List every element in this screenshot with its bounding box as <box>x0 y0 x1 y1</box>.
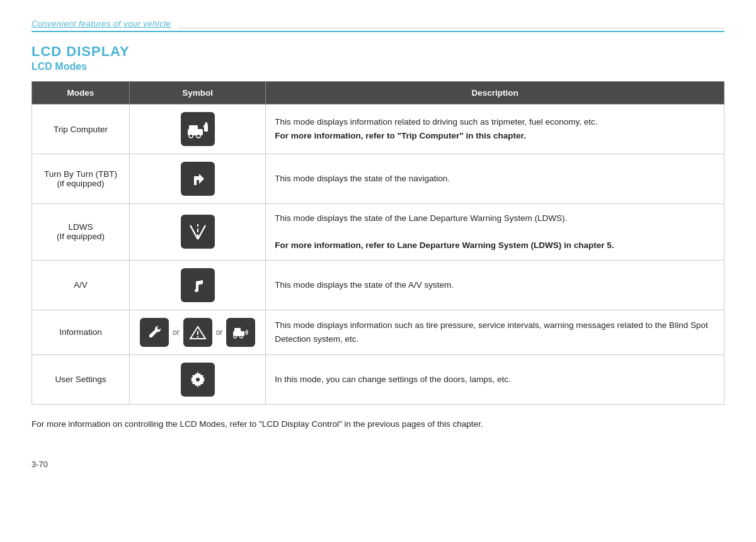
desc-plain: This mode displays information such as t… <box>275 320 707 344</box>
desc-cell: This mode displays information such as t… <box>266 310 724 354</box>
svg-rect-16 <box>234 328 241 332</box>
page-number: 3-70 <box>32 460 724 469</box>
svg-point-2 <box>189 134 193 138</box>
header-title: Convenient features of your vehicle <box>32 19 171 28</box>
symbol-cell <box>130 154 266 204</box>
desc-plain: This mode displays the state of the Lane… <box>275 213 567 223</box>
desc-plain: This mode displays information related t… <box>275 117 597 127</box>
or-text-1: or <box>173 328 180 337</box>
header-line <box>178 28 724 28</box>
table-row: Information or <box>32 310 724 354</box>
table-row: User Settings In this mode, you can chan… <box>32 354 724 404</box>
mode-cell: Information <box>32 310 130 354</box>
av-icon <box>181 268 215 302</box>
desc-cell: This mode displays the state of the navi… <box>266 154 724 204</box>
turn-by-turn-icon <box>181 162 215 196</box>
table-header-row: Modes Symbol Description <box>32 82 724 104</box>
table-row: LDWS(If equipped) This mode displays the <box>32 204 724 261</box>
col-header-modes: Modes <box>32 82 130 104</box>
desc-bold: For more information, refer to Lane Depa… <box>275 240 614 250</box>
page-header: Convenient features of your vehicle <box>32 19 724 32</box>
ldws-icon <box>181 215 215 249</box>
lcd-modes-table: Modes Symbol Description Trip Computer <box>32 81 724 405</box>
section-heading: LCD DISPLAY <box>32 43 724 60</box>
mode-cell: Trip Computer <box>32 104 130 154</box>
warning-icon <box>183 318 212 347</box>
svg-line-8 <box>198 225 205 239</box>
desc-plain: This mode displays the state of the navi… <box>275 174 450 183</box>
user-settings-icon <box>181 363 215 397</box>
svg-point-18 <box>240 336 243 338</box>
car-radar-icon <box>226 318 255 347</box>
col-header-symbol: Symbol <box>130 82 266 104</box>
svg-rect-1 <box>189 125 198 130</box>
mode-cell: A/V <box>32 260 130 310</box>
mode-cell: LDWS(If equipped) <box>32 204 130 261</box>
wrench-icon <box>140 318 169 347</box>
mode-cell: Turn By Turn (TBT)(if equipped) <box>32 154 130 204</box>
symbol-cell <box>130 104 266 154</box>
desc-cell: In this mode, you can change settings of… <box>266 354 724 404</box>
desc-cell: This mode displays the state of the Lane… <box>266 204 724 261</box>
symbol-cell <box>130 204 266 261</box>
col-header-description: Description <box>266 82 724 104</box>
information-icons: or or <box>139 318 256 347</box>
symbol-cell <box>130 260 266 310</box>
or-text-2: or <box>216 328 223 337</box>
desc-cell: This mode displays information related t… <box>266 104 724 154</box>
symbol-cell <box>130 354 266 404</box>
svg-rect-5 <box>205 122 207 125</box>
footer-note: For more information on controlling the … <box>32 417 724 432</box>
desc-bold: For more information, refer to "Trip Com… <box>275 131 525 140</box>
desc-cell: This mode displays the state of the A/V … <box>266 260 724 310</box>
svg-line-7 <box>190 225 198 239</box>
table-row: Turn By Turn (TBT)(if equipped) This mod… <box>32 154 724 204</box>
table-row: A/V This mode displays the state of the … <box>32 260 724 310</box>
desc-plain: This mode displays the state of the A/V … <box>275 280 454 290</box>
trip-computer-icon <box>181 112 215 146</box>
svg-point-17 <box>234 336 236 338</box>
svg-point-3 <box>197 134 200 138</box>
svg-point-14 <box>197 336 198 337</box>
desc-plain: In this mode, you can change settings of… <box>275 375 510 384</box>
svg-point-21 <box>196 378 200 381</box>
symbol-cell: or or <box>130 310 266 354</box>
table-row: Trip Computer <box>32 104 724 154</box>
mode-cell: User Settings <box>32 354 130 404</box>
section-subheading: LCD Modes <box>32 61 724 72</box>
